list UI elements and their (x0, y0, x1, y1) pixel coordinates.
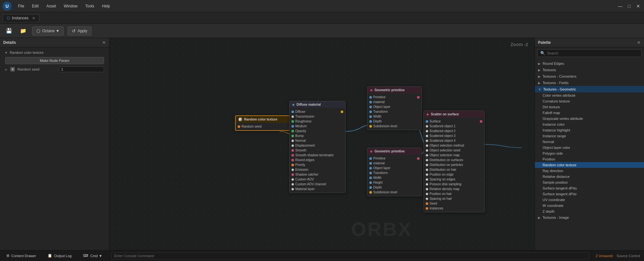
cmd-button[interactable]: ⌨ Cmd ▼ (80, 252, 105, 259)
palette-item-instance-highlight[interactable]: Instance highlight (535, 127, 644, 133)
pin-label-custom-aov-channel: Custom AOV channel (295, 182, 326, 186)
pin-scatter-out (480, 120, 482, 123)
instances-tab[interactable]: ⬡ Instances ✕ (3, 14, 39, 22)
pin-material-layer (291, 188, 294, 190)
section-row[interactable]: ▼ Random color texture (3, 49, 107, 56)
pin-label-geo2-material: material (373, 161, 385, 165)
menu-asset[interactable]: Asset (43, 3, 59, 10)
pin-geo1-transform (369, 111, 372, 113)
palette-item-surface-tangent-dpdu[interactable]: Surface tangent dPdu (535, 185, 644, 191)
apply-icon: ↺ (72, 28, 76, 34)
palette-item-z-depth[interactable]: Z depth (535, 208, 644, 214)
param-expand-icon[interactable]: ▶ (5, 68, 8, 71)
param-input-random-seed[interactable] (59, 66, 104, 72)
console-input[interactable] (111, 252, 589, 259)
palette-item-instance-color[interactable]: Instance color (535, 121, 644, 127)
pin-row-scatter-dist-surf: Distribution on surfaces (424, 158, 484, 162)
pin-row-geo1-object-layer: Object layer (367, 104, 421, 109)
minimize-button[interactable]: — (617, 3, 623, 9)
pin-label-scatter-obj2: Scattered object 2 (430, 129, 456, 133)
palette-item-color-vertex[interactable]: Color vertex attribute (535, 92, 644, 98)
pin-row-round-edges: Round edges (289, 158, 345, 162)
menu-edit[interactable]: Edit (29, 3, 42, 10)
palette-category-textures-fields[interactable]: ▶ Textures - Fields (535, 80, 644, 86)
category-label-textures-fields: Textures - Fields (543, 81, 569, 85)
pin-label-scatter-obj1: Scattered object 1 (430, 124, 456, 128)
save-button[interactable]: 💾 (4, 26, 14, 36)
category-arrow-icon-converters: ▶ (538, 75, 541, 78)
pin-label-scatter-pos-edge: Position on edge (430, 173, 454, 176)
node-geometric-primitive-2[interactable]: ◈ Geometric primitive Primitive material (367, 148, 422, 196)
unsaved-badge[interactable]: 2 Unsaved (596, 254, 613, 258)
palette-item-grayscale[interactable]: Grayscale vertex attribute (535, 116, 644, 121)
make-node-param-button[interactable]: Make Node Param (5, 57, 104, 64)
apply-button[interactable]: ↺ Apply (68, 26, 91, 35)
palette-category-round-edges[interactable]: ▶ Round Edges (535, 60, 644, 67)
palette-item-curvature[interactable]: Curvature texture (535, 98, 644, 104)
palette-item-object-layer-color[interactable]: Object layer color (535, 145, 644, 150)
details-close-button[interactable]: ✕ (102, 40, 106, 45)
menu-file[interactable]: File (15, 3, 27, 10)
browse-button[interactable]: 📁 (18, 26, 28, 36)
palette-item-surface-tangent-dpdv[interactable]: Surface tangent dPdv (535, 191, 644, 197)
node-geometric-primitive-1[interactable]: ◈ Geometric primitive Primitive material (367, 86, 422, 130)
tab-icon: ⬡ (7, 16, 10, 20)
close-button[interactable]: ✕ (635, 3, 641, 9)
menu-window[interactable]: Window (61, 3, 81, 10)
tab-close-button[interactable]: ✕ (32, 16, 35, 20)
pin-label-geo1-material: material (373, 100, 385, 104)
canvas-area[interactable]: Zoom -2 🎲 Random color texture Rand (109, 38, 535, 250)
orbx-watermark: ORBX (351, 218, 412, 240)
pin-geo2-subdiv (369, 191, 372, 194)
pin-bump (291, 135, 294, 137)
palette-item-relative-distance[interactable]: Relative distance (535, 174, 644, 179)
octane-button[interactable]: ⬡ Octane ▼ (32, 26, 64, 35)
palette-search-bar[interactable]: 🔍 (537, 49, 641, 57)
details-section: ▼ Random color texture Make Node Param ▶… (0, 47, 109, 75)
palette-item-position[interactable]: Position (535, 156, 644, 162)
palette-category-textures[interactable]: ▶ Textures (535, 67, 644, 73)
pin-scatter-dist-hair (426, 169, 428, 171)
category-label-textures-image: Textures - Image (543, 216, 569, 219)
pin-scatter-dist-part (426, 164, 428, 166)
palette-item-ray-direction[interactable]: Ray direction (535, 168, 644, 174)
palette-item-falloff[interactable]: Falloff map (535, 110, 644, 116)
node-scatter-on-surface[interactable]: ◈ Scatter on surface Surface Scattered o… (423, 111, 485, 212)
palette-item-polygon-side[interactable]: Polygon side (535, 150, 644, 156)
palette-item-sample-position[interactable]: Sample position (535, 179, 644, 185)
menu-tools[interactable]: Tools (82, 3, 98, 10)
palette-item-normal[interactable]: Normal (535, 139, 644, 145)
param-label-random-seed: Random seed (17, 67, 56, 71)
pin-label-scatter-spacing-hair: Spacing on hair (430, 197, 452, 200)
palette-category-textures-converters[interactable]: ▶ Textures - Converters (535, 73, 644, 80)
pin-label-scatter-obj3: Scattered object 3 (430, 134, 456, 138)
pin-row-smooth: Smooth (289, 148, 345, 153)
source-control-label[interactable]: Source Control (617, 254, 640, 258)
pin-geo1-object-layer (369, 106, 372, 108)
pin-label-scatter-sel-map: Object selection map (430, 153, 459, 157)
pin-transmission (291, 115, 294, 118)
palette-category-textures-image[interactable]: ▶ Textures - Image (535, 214, 644, 221)
menu-help[interactable]: Help (99, 3, 113, 10)
palette-item-dirt[interactable]: Dirt texture (535, 104, 644, 110)
node-random-color-texture[interactable]: 🎲 Random color texture Random seed (235, 115, 290, 131)
pin-smooth (291, 149, 294, 152)
palette-item-uv-coordinate[interactable]: UV coordinate (535, 197, 644, 203)
pin-row-scatter-sel-map: Object selection map (424, 153, 484, 158)
palette-search-input[interactable] (547, 51, 639, 55)
palette-item-instance-range[interactable]: Instance range (535, 133, 644, 139)
palette-item-random-color-texture[interactable]: Random color texture (535, 162, 644, 168)
node-pin-random-seed: Random seed (236, 124, 289, 129)
output-log-button[interactable]: 📋 Output Log (45, 252, 74, 259)
palette-category-textures-geometric[interactable]: ▼ Textures - Geometric (535, 86, 644, 92)
content-drawer-button[interactable]: ⊞ Content Drawer (4, 252, 39, 259)
palette-close-button[interactable]: ✕ (637, 40, 641, 45)
content-drawer-icon: ⊞ (6, 254, 9, 258)
pin-row-priority: Priority (289, 162, 345, 167)
maximize-button[interactable]: □ (626, 3, 632, 9)
apply-label: Apply (78, 29, 87, 33)
pin-label-scatter-sel-seed: Object selection seed (430, 149, 460, 152)
window-controls: — □ ✕ (617, 3, 641, 9)
palette-item-w-coordinate[interactable]: W coordinate (535, 203, 644, 208)
node-diffuse-material[interactable]: ◈ Diffuse material Diffuse Transmission (289, 101, 346, 193)
